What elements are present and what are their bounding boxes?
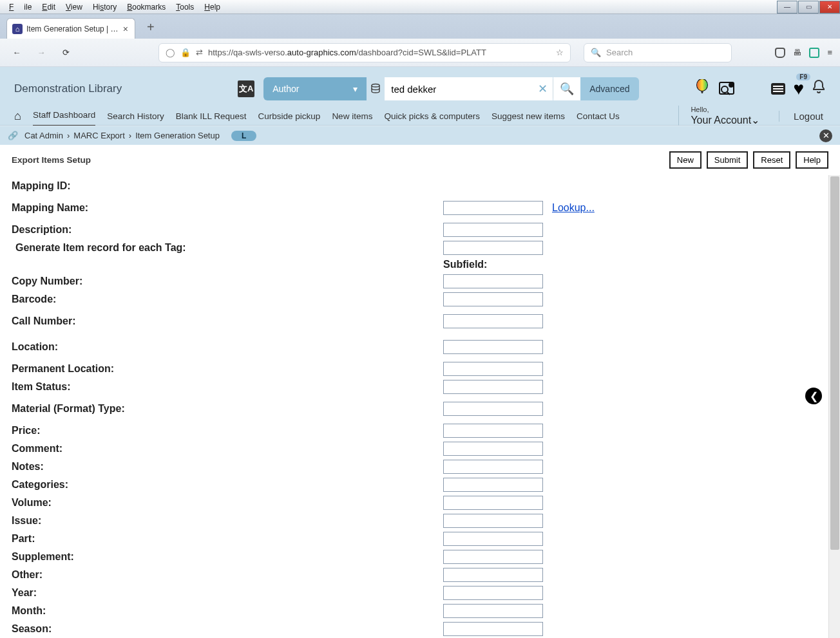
input-supplement[interactable] — [443, 550, 543, 564]
label-item-status: Item Status: — [12, 381, 443, 393]
input-volume[interactable] — [443, 496, 543, 510]
forward-button[interactable]: → — [32, 44, 50, 62]
tab-close-icon[interactable]: × — [123, 24, 128, 34]
input-generate-tag[interactable] — [443, 241, 543, 255]
search-type-dropdown[interactable]: Author ▾ — [263, 77, 367, 100]
menu-edit[interactable]: Edit — [37, 1, 61, 13]
nav-quick-picks[interactable]: Quick picks & computers — [384, 106, 480, 126]
input-copy-number[interactable] — [443, 274, 543, 288]
chevron-down-icon: ▾ — [353, 84, 358, 94]
label-supplement: Supplement: — [12, 551, 443, 563]
bookmark-star-icon[interactable]: ☆ — [556, 48, 564, 57]
account-dropdown[interactable]: Hello, Your Account⌄ — [678, 106, 759, 126]
favorites-icon[interactable]: ♥F9 — [793, 79, 804, 99]
reset-button[interactable]: Reset — [753, 151, 790, 169]
section-title: Export Items Setup — [12, 155, 91, 165]
input-year[interactable] — [443, 586, 543, 600]
window-maximize-button[interactable]: ▭ — [798, 1, 819, 14]
window-close-button[interactable]: ✕ — [819, 1, 840, 14]
menu-tools[interactable]: Tools — [171, 1, 199, 13]
tab-title: Item Generation Setup | SWLS | — [26, 24, 119, 33]
browser-tab[interactable]: ⌂ Item Generation Setup | SWLS | × — [6, 18, 135, 39]
menu-help[interactable]: Help — [199, 1, 225, 13]
help-button[interactable]: Help — [796, 151, 828, 169]
nav-blank-ill[interactable]: Blank ILL Request — [176, 106, 247, 126]
notifications-icon[interactable] — [812, 79, 826, 99]
input-part[interactable] — [443, 532, 543, 546]
nav-contact[interactable]: Contact Us — [577, 106, 620, 126]
nav-search-history[interactable]: Search History — [107, 106, 164, 126]
input-month[interactable] — [443, 604, 543, 618]
label-description: Description: — [12, 224, 443, 236]
close-panel-button[interactable]: ✕ — [819, 129, 832, 142]
scrollbar[interactable] — [828, 175, 840, 638]
input-call-number[interactable] — [443, 314, 543, 328]
print-icon[interactable]: 🖶 — [793, 48, 801, 57]
menu-file[interactable]: File — [4, 1, 37, 13]
list-view-icon[interactable] — [771, 83, 785, 95]
input-issue[interactable] — [443, 514, 543, 528]
label-year: Year: — [12, 587, 443, 599]
input-mapping-name[interactable] — [443, 201, 543, 215]
input-description[interactable] — [443, 223, 543, 237]
pocket-icon[interactable] — [775, 48, 785, 58]
back-button[interactable]: ← — [8, 44, 26, 62]
extension-icon[interactable] — [809, 48, 819, 58]
submit-button[interactable]: Submit — [707, 151, 748, 169]
input-notes[interactable] — [443, 460, 543, 474]
menu-view[interactable]: View — [61, 1, 88, 13]
input-material-type[interactable] — [443, 402, 543, 416]
label-categories: Categories: — [12, 479, 443, 491]
catalog-search-group: 文A Author ▾ ✕ 🔍 Advanced — [238, 77, 638, 100]
input-location[interactable] — [443, 340, 543, 354]
label-permanent-location: Permanent Location: — [12, 363, 443, 375]
menu-bookmarks[interactable]: Bookmarks — [122, 1, 171, 13]
app-menu-icon[interactable]: ≡ — [827, 48, 832, 57]
clear-search-button[interactable]: ✕ — [533, 77, 553, 100]
translate-icon[interactable]: 文A — [238, 80, 254, 97]
browser-search-box[interactable]: 🔍 Search — [584, 43, 732, 62]
chevron-right-icon: › — [125, 131, 135, 140]
window-minimize-button[interactable]: — — [777, 1, 797, 14]
label-copy-number: Copy Number: — [12, 276, 443, 287]
label-volume: Volume: — [12, 497, 443, 509]
breadcrumb-seg2[interactable]: MARC Export — [73, 131, 124, 140]
label-location: Location: — [12, 341, 443, 353]
nav-curbside[interactable]: Curbside pickup — [258, 106, 321, 126]
input-permanent-location[interactable] — [443, 362, 543, 376]
search-submit-button[interactable]: 🔍 — [553, 77, 580, 100]
label-call-number: Call Number: — [12, 315, 443, 327]
input-item-status[interactable] — [443, 380, 543, 394]
input-price[interactable] — [443, 424, 543, 438]
nav-new-items[interactable]: New items — [332, 106, 372, 126]
advanced-search-button[interactable]: Advanced — [580, 77, 638, 100]
favorites-badge: F9 — [796, 73, 810, 80]
catalog-search-input[interactable] — [391, 84, 526, 95]
input-other[interactable] — [443, 568, 543, 582]
input-season[interactable] — [443, 622, 543, 636]
nav-home-icon[interactable]: ⌂ — [14, 109, 21, 123]
label-comment: Comment: — [12, 443, 443, 455]
zoom-tools-icon[interactable] — [717, 80, 736, 98]
balloon-icon[interactable] — [695, 79, 709, 99]
input-barcode[interactable] — [443, 292, 543, 306]
collapse-panel-button[interactable]: ❮ — [805, 388, 822, 404]
new-tab-button[interactable]: + — [147, 20, 155, 39]
input-comment[interactable] — [443, 442, 543, 456]
scope-badge[interactable]: L — [231, 131, 256, 141]
nav-staff-dashboard[interactable]: Staff Dashboard — [33, 105, 95, 127]
lookup-link[interactable]: Lookup... — [552, 202, 595, 214]
menu-history[interactable]: History — [88, 1, 122, 13]
address-bar[interactable]: ◯ 🔒 ⇄ https://qa-swls-verso.auto-graphic… — [158, 43, 571, 62]
breadcrumb-bar: 🔗 Cat Admin › MARC Export › Item Generat… — [0, 126, 840, 145]
database-icon[interactable] — [367, 77, 385, 100]
input-categories[interactable] — [443, 478, 543, 492]
reload-button[interactable]: ⟳ — [57, 44, 75, 62]
breadcrumb-seg1[interactable]: Cat Admin — [24, 131, 63, 140]
tab-favicon-icon: ⌂ — [12, 24, 23, 34]
main-nav: ⌂ Staff Dashboard Search History Blank I… — [14, 103, 826, 125]
nav-suggest[interactable]: Suggest new items — [492, 106, 565, 126]
shield-icon: ◯ — [166, 48, 175, 57]
logout-link[interactable]: Logout — [779, 111, 826, 122]
new-button[interactable]: New — [669, 151, 702, 169]
